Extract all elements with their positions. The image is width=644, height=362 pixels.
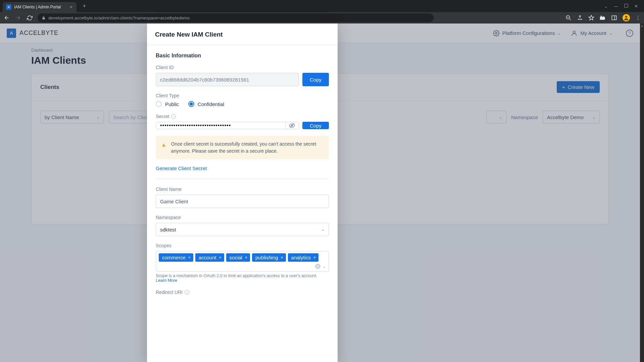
remove-tag-icon[interactable]: × [313,255,316,260]
generate-secret-link[interactable]: Generate Client Secret [156,165,207,171]
clear-all-scopes-icon[interactable]: ✕ [315,264,320,269]
modal-namespace-label: Namespace [156,215,329,220]
copy-secret-button[interactable]: Copy [302,122,329,129]
remove-tag-icon[interactable]: × [281,255,283,260]
maximize-icon[interactable] [624,4,628,9]
toggle-visibility-icon[interactable] [285,122,299,129]
scope-tag[interactable]: analytics× [288,253,318,262]
forward-button[interactable] [15,15,21,21]
side-panel-icon[interactable] [611,15,617,21]
app-viewport: A ACCELBYTE Platform Configurations ⌄ My… [0,23,640,362]
chevron-down-icon[interactable]: ⌄ [323,264,326,269]
scrollbar[interactable]: ▲ [640,23,644,362]
modal-namespace-value: sdktest [160,227,176,232]
back-button[interactable] [3,15,10,21]
new-tab-button[interactable]: + [83,3,86,10]
svg-rect-0 [625,4,628,7]
section-basic-info: Basic Information [156,53,329,59]
minimize-icon[interactable]: — [614,4,618,9]
create-iam-client-modal: Create New IAM Client Basic Information … [147,23,338,362]
svg-rect-2 [612,16,616,20]
modal-title: Create New IAM Client [147,23,338,45]
learn-more-link[interactable]: Learn More [156,278,177,283]
tab-close-icon[interactable]: × [70,4,72,10]
lock-icon [42,16,46,20]
scopes-helper: Scope is a mechanism in OAuth 2.0 to lim… [156,273,329,283]
client-type-label: Client Type [156,93,329,98]
svg-point-4 [625,16,627,18]
browser-tab-strip: A IAM Clients | Admin Portal × + ⌄ — ✕ [0,0,644,12]
scope-tag[interactable]: publishing× [252,253,286,262]
radio-confidential[interactable]: Confidential [188,101,224,107]
warning-text: Once client secret is successfully creat… [171,141,324,155]
scope-tag[interactable]: commerce× [159,253,193,262]
remove-tag-icon[interactable]: × [219,255,221,260]
redirect-uri-label: Redirect URI i [156,290,329,295]
scroll-up-icon[interactable]: ▲ [640,23,644,28]
profile-avatar[interactable] [623,14,630,21]
scopes-label: Scopes [156,243,329,248]
client-name-input[interactable] [156,195,329,208]
info-icon[interactable]: i [171,114,176,119]
radio-confidential-label: Confidential [198,101,224,107]
zoom-icon[interactable] [565,15,572,21]
scope-tag-label: commerce [162,255,186,260]
chevron-down-icon: ⌄ [321,227,325,232]
scope-tag-label: analytics [291,255,311,260]
scope-tag-label: publishing [255,255,278,260]
window-controls: ⌄ — ✕ [604,4,644,9]
browser-tab[interactable]: A IAM Clients | Admin Portal × [3,2,77,12]
modal-namespace-select[interactable]: sdktest ⌄ [156,223,329,236]
divider [156,179,329,179]
reload-button[interactable] [26,15,33,21]
share-icon[interactable] [577,15,583,21]
scopes-input[interactable]: commerce×account×social×publishing×analy… [156,251,329,271]
scope-tag[interactable]: account× [195,253,224,262]
browser-address-bar: development.accelbyte.io/admin/iam-clien… [0,12,644,23]
chevron-down-icon[interactable]: ⌄ [604,4,608,9]
info-icon[interactable]: i [185,290,189,295]
close-window-icon[interactable]: ✕ [634,4,638,9]
copy-client-id-button[interactable]: Copy [302,73,329,86]
scope-tag-label: social [230,255,242,260]
remove-tag-icon[interactable]: × [245,255,247,260]
tab-favicon-icon: A [6,4,11,10]
client-id-input[interactable] [156,73,299,86]
star-icon[interactable] [588,15,594,21]
extensions-icon[interactable] [600,15,606,21]
radio-icon [156,101,162,107]
radio-public-label: Public [165,101,179,107]
browser-actions: ⋮ [565,14,641,21]
secret-warning-alert: ▲ Once client secret is successfully cre… [156,136,329,159]
warning-icon: ▲ [161,141,166,155]
radio-public[interactable]: Public [156,101,179,107]
menu-icon[interactable]: ⋮ [635,15,641,21]
url-input[interactable]: development.accelbyte.io/admin/iam-clien… [38,13,434,22]
remove-tag-icon[interactable]: × [188,255,191,260]
tab-title: IAM Clients | Admin Portal [14,5,61,9]
url-text: development.accelbyte.io/admin/iam-clien… [48,15,190,20]
scope-tag[interactable]: social× [226,253,250,262]
radio-checked-icon [188,101,194,107]
client-id-label: Client ID [156,65,329,70]
secret-label: Secret i [156,114,329,119]
scope-tag-label: account [199,255,216,260]
secret-input[interactable] [156,122,285,129]
client-name-label: Client Name [156,187,329,192]
